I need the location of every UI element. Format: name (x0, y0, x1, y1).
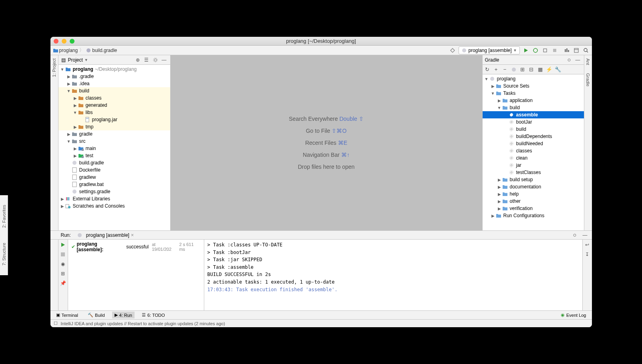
execute-icon[interactable] (511, 66, 517, 73)
layout-button[interactable] (573, 47, 580, 54)
tree-item[interactable]: gradlew (58, 174, 170, 181)
project-tree[interactable]: ▼ proglang ~/Desktop/proglang ▶.gradle ▶… (58, 65, 170, 230)
tree-item-external-libs[interactable]: ▶External Libraries (58, 195, 170, 202)
tree-item[interactable]: ▶documentation (483, 183, 584, 190)
tree-item[interactable]: testClasses (483, 169, 584, 176)
gradle-tree[interactable]: ▼proglang ▶Source Sets ▼Tasks ▶applicati… (483, 74, 584, 230)
run-tab[interactable]: proglang [assemble] × (74, 232, 136, 239)
tree-expand-icon[interactable]: ▶ (497, 98, 502, 103)
pin-icon[interactable]: ⊞ (59, 270, 66, 277)
tree-expand-icon[interactable]: ▶ (60, 197, 65, 201)
minimize-window-button[interactable] (62, 39, 66, 44)
stop-icon[interactable] (59, 251, 66, 258)
tree-item[interactable]: build.gradle (58, 159, 170, 166)
tree-item[interactable]: ▶test (58, 152, 170, 159)
restore-layout-icon[interactable]: ◉ (59, 260, 66, 268)
todo-tab[interactable]: ☰6: TODO (139, 312, 167, 318)
tree-item-build-group[interactable]: ▼build (483, 104, 584, 111)
tree-expand-icon[interactable]: ▼ (497, 106, 502, 110)
add-icon[interactable]: + (493, 66, 499, 73)
tree-item[interactable]: ▶application (483, 97, 584, 104)
tree-item[interactable]: ▶generated (58, 102, 170, 109)
tree-item-build[interactable]: ▼build (58, 87, 170, 94)
tree-expand-icon[interactable]: ▶ (73, 146, 78, 151)
tree-item[interactable]: ▶tmp (58, 123, 170, 130)
profiler-button[interactable] (563, 47, 570, 54)
tree-expand-icon[interactable]: ▶ (491, 84, 495, 88)
tree-item[interactable]: ▶help (483, 190, 584, 198)
debug-button[interactable] (532, 47, 539, 54)
hide-panel-icon[interactable]: — (582, 232, 589, 239)
gradle-root[interactable]: ▼proglang (483, 75, 584, 82)
close-tab-icon[interactable]: × (131, 232, 134, 238)
run-result-row[interactable]: ✔ proglang [assemble]: successful at 19/… (71, 241, 201, 252)
rerun-icon[interactable] (59, 241, 66, 248)
tree-item[interactable]: ▶.gradle (58, 73, 170, 80)
tree-item[interactable]: bootJar (483, 118, 584, 126)
tree-item[interactable]: clean (483, 154, 584, 162)
tree-expand-icon[interactable]: ▼ (73, 110, 78, 115)
search-icon[interactable] (582, 47, 590, 54)
collapse-all-icon[interactable]: ⊟ (528, 66, 535, 73)
breadcrumb-root[interactable]: proglang (59, 48, 78, 53)
tree-expand-icon[interactable]: ▶ (73, 154, 78, 158)
tree-item[interactable]: ▶.idea (58, 80, 170, 87)
run-button[interactable] (522, 47, 529, 54)
tree-item[interactable]: ▶main (58, 145, 170, 152)
status-icon[interactable]: ☐ (54, 321, 58, 326)
tree-expand-icon[interactable]: ▶ (497, 206, 502, 211)
refresh-icon[interactable]: ↻ (484, 66, 491, 73)
tree-item-jar-file[interactable]: proglang.jar (58, 116, 170, 123)
gear-icon[interactable] (152, 56, 159, 64)
tree-expand-icon[interactable]: ▶ (497, 185, 502, 189)
scroll-end-icon[interactable]: ↧ (584, 251, 591, 258)
wrench-icon[interactable]: 🔧 (555, 66, 561, 73)
tree-item[interactable]: ▶gradle (58, 130, 170, 138)
maximize-window-button[interactable] (70, 39, 74, 44)
tree-expand-icon[interactable]: ▶ (497, 192, 502, 196)
tree-item-libs[interactable]: ▼libs (58, 109, 170, 116)
tree-expand-icon[interactable]: ▼ (66, 89, 71, 93)
breadcrumb[interactable]: proglang 〉 build.gradle (53, 47, 117, 54)
build-tool-icon[interactable] (449, 47, 456, 54)
tree-expand-icon[interactable]: ▼ (60, 67, 65, 72)
run-configuration-selector[interactable]: proglang [assemble] ▼ (459, 46, 520, 54)
tree-item[interactable]: ▶verification (483, 205, 584, 212)
tree-item[interactable]: ▶other (483, 198, 584, 205)
tree-expand-icon[interactable]: ▶ (60, 204, 65, 208)
run-tab-bottom[interactable]: ▶4: Run (112, 312, 135, 318)
tree-item[interactable]: ▶build setup (483, 176, 584, 183)
tree-item[interactable]: classes (483, 147, 584, 154)
gear-icon[interactable] (571, 232, 578, 239)
tree-item[interactable]: buildDependents (483, 133, 584, 140)
breadcrumb-file[interactable]: build.gradle (92, 48, 117, 53)
terminal-tab[interactable]: ▣Terminal (54, 312, 81, 318)
tree-item-runconfigs[interactable]: ▶Run Configurations (483, 212, 584, 219)
tree-item[interactable]: ▶classes (58, 94, 170, 102)
tree-expand-icon[interactable]: ▶ (491, 214, 495, 218)
gradle-tool-tab[interactable]: Gradle (585, 72, 591, 88)
gear-icon[interactable] (566, 56, 573, 64)
hide-panel-icon[interactable]: — (574, 56, 582, 64)
tree-item[interactable]: settings.gradle (58, 188, 170, 195)
scroll-to-source-icon[interactable]: ⊕ (134, 56, 141, 64)
show-dependencies-icon[interactable]: ▦ (537, 66, 543, 73)
run-result-tree[interactable]: ✔ proglang [assemble]: successful at 19/… (68, 240, 204, 310)
tree-item[interactable]: gradlew.bat (58, 181, 170, 188)
tree-item-scratches[interactable]: ▶Scratches and Consoles (58, 202, 170, 210)
expand-all-icon[interactable]: ⊞ (519, 66, 526, 73)
tree-expand-icon[interactable]: ▶ (66, 74, 71, 79)
offline-icon[interactable]: ⚡ (546, 66, 552, 73)
tree-item[interactable]: buildNeeded (483, 140, 584, 147)
tree-expand-icon[interactable]: ▶ (73, 103, 78, 108)
chevron-down-icon[interactable]: ▼ (85, 58, 88, 62)
tree-expand-icon[interactable]: ▶ (73, 125, 78, 129)
coverage-button[interactable] (541, 47, 549, 54)
collapse-all-icon[interactable]: ☰ (143, 56, 150, 64)
pin-tab-icon[interactable]: 📌 (59, 280, 66, 287)
tree-item[interactable]: ▼src (58, 138, 170, 145)
tree-item[interactable]: jar (483, 162, 584, 169)
close-window-button[interactable] (54, 39, 58, 44)
tree-item[interactable]: Dockerfile (58, 166, 170, 174)
tree-project-root[interactable]: ▼ proglang ~/Desktop/proglang (58, 66, 170, 73)
